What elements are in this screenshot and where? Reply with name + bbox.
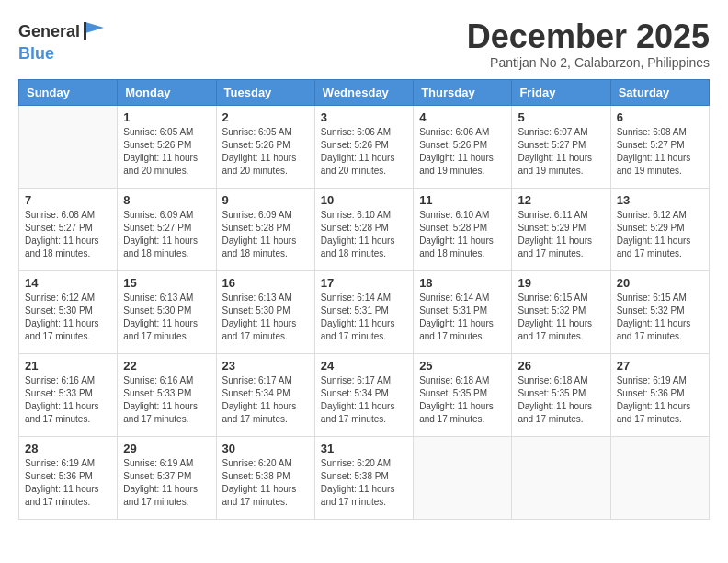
day-info: Sunrise: 6:19 AM Sunset: 5:36 PM Dayligh… — [25, 457, 111, 509]
calendar-cell: 31Sunrise: 6:20 AM Sunset: 5:38 PM Dayli… — [314, 436, 413, 519]
day-info: Sunrise: 6:12 AM Sunset: 5:30 PM Dayligh… — [25, 292, 111, 343]
day-info: Sunrise: 6:08 AM Sunset: 5:27 PM Dayligh… — [25, 209, 111, 260]
calendar-cell: 17Sunrise: 6:14 AM Sunset: 5:31 PM Dayli… — [314, 270, 413, 353]
calendar-cell: 2Sunrise: 6:05 AM Sunset: 5:26 PM Daylig… — [216, 105, 314, 188]
location-subtitle: Pantijan No 2, Calabarzon, Philippines — [467, 55, 710, 70]
calendar-cell: 30Sunrise: 6:20 AM Sunset: 5:38 PM Dayli… — [216, 436, 314, 519]
weekday-header-tuesday: Tuesday — [216, 79, 314, 105]
day-info: Sunrise: 6:05 AM Sunset: 5:26 PM Dayligh… — [222, 126, 309, 178]
calendar-cell: 12Sunrise: 6:11 AM Sunset: 5:29 PM Dayli… — [512, 188, 610, 270]
calendar-cell: 5Sunrise: 6:07 AM Sunset: 5:27 PM Daylig… — [512, 105, 610, 188]
calendar-cell: 9Sunrise: 6:09 AM Sunset: 5:28 PM Daylig… — [216, 188, 314, 270]
day-number: 7 — [25, 193, 111, 207]
calendar-cell: 10Sunrise: 6:10 AM Sunset: 5:28 PM Dayli… — [314, 188, 413, 270]
day-number: 10 — [321, 193, 407, 207]
day-info: Sunrise: 6:06 AM Sunset: 5:26 PM Dayligh… — [321, 126, 407, 178]
day-info: Sunrise: 6:12 AM Sunset: 5:29 PM Dayligh… — [617, 209, 703, 260]
day-info: Sunrise: 6:20 AM Sunset: 5:38 PM Dayligh… — [222, 457, 309, 509]
day-number: 21 — [25, 359, 111, 373]
weekday-header-friday: Friday — [512, 79, 610, 105]
logo-wordmark: General Blue — [18, 18, 108, 63]
day-number: 1 — [123, 110, 210, 124]
day-number: 20 — [617, 276, 703, 290]
day-number: 31 — [321, 442, 407, 455]
calendar-cell: 19Sunrise: 6:15 AM Sunset: 5:32 PM Dayli… — [512, 270, 610, 353]
day-number: 29 — [123, 442, 210, 455]
weekday-header-saturday: Saturday — [610, 79, 709, 105]
day-info: Sunrise: 6:13 AM Sunset: 5:30 PM Dayligh… — [222, 292, 309, 343]
weekday-header-row: SundayMondayTuesdayWednesdayThursdayFrid… — [19, 79, 710, 105]
calendar-cell: 25Sunrise: 6:18 AM Sunset: 5:35 PM Dayli… — [414, 353, 512, 436]
calendar-cell — [414, 436, 512, 519]
day-info: Sunrise: 6:15 AM Sunset: 5:32 PM Dayligh… — [518, 292, 604, 343]
calendar-week-row: 21Sunrise: 6:16 AM Sunset: 5:33 PM Dayli… — [19, 353, 710, 436]
day-number: 17 — [321, 276, 407, 290]
day-number: 4 — [419, 110, 506, 124]
day-info: Sunrise: 6:06 AM Sunset: 5:26 PM Dayligh… — [419, 126, 506, 178]
calendar-cell: 8Sunrise: 6:09 AM Sunset: 5:27 PM Daylig… — [118, 188, 216, 270]
calendar-cell: 14Sunrise: 6:12 AM Sunset: 5:30 PM Dayli… — [19, 270, 118, 353]
day-info: Sunrise: 6:07 AM Sunset: 5:27 PM Dayligh… — [518, 126, 604, 178]
day-info: Sunrise: 6:09 AM Sunset: 5:27 PM Dayligh… — [123, 209, 210, 260]
calendar-cell: 24Sunrise: 6:17 AM Sunset: 5:34 PM Dayli… — [314, 353, 413, 436]
day-number: 15 — [123, 276, 210, 290]
calendar-table: SundayMondayTuesdayWednesdayThursdayFrid… — [18, 79, 710, 520]
day-info: Sunrise: 6:16 AM Sunset: 5:33 PM Dayligh… — [25, 374, 111, 426]
day-number: 16 — [222, 276, 309, 290]
day-info: Sunrise: 6:19 AM Sunset: 5:36 PM Dayligh… — [617, 374, 703, 426]
calendar-week-row: 7Sunrise: 6:08 AM Sunset: 5:27 PM Daylig… — [19, 188, 710, 270]
day-info: Sunrise: 6:14 AM Sunset: 5:31 PM Dayligh… — [419, 292, 506, 343]
day-info: Sunrise: 6:18 AM Sunset: 5:35 PM Dayligh… — [419, 374, 506, 426]
title-section: December 2025 Pantijan No 2, Calabarzon,… — [467, 18, 710, 70]
calendar-cell: 29Sunrise: 6:19 AM Sunset: 5:37 PM Dayli… — [118, 436, 216, 519]
calendar-cell: 27Sunrise: 6:19 AM Sunset: 5:36 PM Dayli… — [610, 353, 709, 436]
svg-rect-1 — [84, 22, 86, 40]
calendar-cell: 18Sunrise: 6:14 AM Sunset: 5:31 PM Dayli… — [414, 270, 512, 353]
calendar-cell: 1Sunrise: 6:05 AM Sunset: 5:26 PM Daylig… — [118, 105, 216, 188]
calendar-cell: 16Sunrise: 6:13 AM Sunset: 5:30 PM Dayli… — [216, 270, 314, 353]
day-number: 11 — [419, 193, 506, 207]
day-number: 3 — [321, 110, 407, 124]
day-info: Sunrise: 6:05 AM Sunset: 5:26 PM Dayligh… — [123, 126, 210, 178]
page-header: General Blue December 2025 Pantijan No 2… — [18, 18, 710, 70]
calendar-cell: 23Sunrise: 6:17 AM Sunset: 5:34 PM Dayli… — [216, 353, 314, 436]
day-number: 5 — [518, 110, 604, 124]
logo: General Blue — [18, 18, 108, 63]
day-number: 8 — [123, 193, 210, 207]
day-number: 25 — [419, 359, 506, 373]
day-info: Sunrise: 6:20 AM Sunset: 5:38 PM Dayligh… — [321, 457, 407, 509]
calendar-week-row: 1Sunrise: 6:05 AM Sunset: 5:26 PM Daylig… — [19, 105, 710, 188]
day-number: 12 — [518, 193, 604, 207]
calendar-cell: 11Sunrise: 6:10 AM Sunset: 5:28 PM Dayli… — [414, 188, 512, 270]
calendar-cell — [19, 105, 118, 188]
calendar-cell — [512, 436, 610, 519]
logo-blue-text: Blue — [18, 44, 54, 63]
svg-marker-0 — [85, 22, 104, 33]
calendar-cell: 20Sunrise: 6:15 AM Sunset: 5:32 PM Dayli… — [610, 270, 709, 353]
day-number: 28 — [25, 442, 111, 455]
day-info: Sunrise: 6:16 AM Sunset: 5:33 PM Dayligh… — [123, 374, 210, 426]
day-info: Sunrise: 6:10 AM Sunset: 5:28 PM Dayligh… — [419, 209, 506, 260]
weekday-header-thursday: Thursday — [414, 79, 512, 105]
calendar-week-row: 14Sunrise: 6:12 AM Sunset: 5:30 PM Dayli… — [19, 270, 710, 353]
day-number: 19 — [518, 276, 604, 290]
calendar-cell: 13Sunrise: 6:12 AM Sunset: 5:29 PM Dayli… — [610, 188, 709, 270]
day-number: 18 — [419, 276, 506, 290]
day-number: 27 — [617, 359, 703, 373]
day-info: Sunrise: 6:13 AM Sunset: 5:30 PM Dayligh… — [123, 292, 210, 343]
day-number: 30 — [222, 442, 309, 455]
day-number: 2 — [222, 110, 309, 124]
day-number: 22 — [123, 359, 210, 373]
calendar-cell: 26Sunrise: 6:18 AM Sunset: 5:35 PM Dayli… — [512, 353, 610, 436]
day-info: Sunrise: 6:14 AM Sunset: 5:31 PM Dayligh… — [321, 292, 407, 343]
calendar-cell: 21Sunrise: 6:16 AM Sunset: 5:33 PM Dayli… — [19, 353, 118, 436]
day-number: 13 — [617, 193, 703, 207]
calendar-week-row: 28Sunrise: 6:19 AM Sunset: 5:36 PM Dayli… — [19, 436, 710, 519]
day-number: 23 — [222, 359, 309, 373]
day-info: Sunrise: 6:17 AM Sunset: 5:34 PM Dayligh… — [222, 374, 309, 426]
day-info: Sunrise: 6:17 AM Sunset: 5:34 PM Dayligh… — [321, 374, 407, 426]
day-number: 14 — [25, 276, 111, 290]
calendar-cell: 7Sunrise: 6:08 AM Sunset: 5:27 PM Daylig… — [19, 188, 118, 270]
calendar-cell: 6Sunrise: 6:08 AM Sunset: 5:27 PM Daylig… — [610, 105, 709, 188]
calendar-cell: 22Sunrise: 6:16 AM Sunset: 5:33 PM Dayli… — [118, 353, 216, 436]
